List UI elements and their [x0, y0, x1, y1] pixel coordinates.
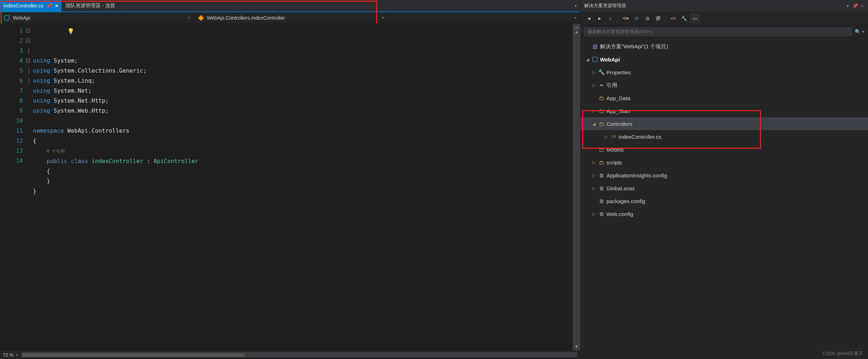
panel-title-label: 解决方案资源管理器 [584, 3, 626, 9]
tree-item-appdata[interactable]: 🗀App_Data [581, 92, 868, 104]
tree-item-appins[interactable]: ▷🗎ApplicationInsights.config [581, 169, 868, 182]
nav-forward-icon[interactable]: ► [595, 14, 604, 23]
tree-twist-icon[interactable]: ▷ [591, 109, 597, 113]
tree-item-label: WebApi [600, 56, 620, 63]
view-code-icon[interactable]: <> [669, 14, 678, 23]
line-number: 7 [0, 86, 23, 96]
fold-toggle-icon[interactable]: − [26, 29, 30, 33]
lightbulb-icon[interactable]: 💡 [67, 26, 73, 32]
panel-pin-icon[interactable]: 📌 [852, 3, 857, 9]
hscroll-thumb[interactable] [23, 353, 245, 357]
horizontal-scrollbar[interactable] [21, 352, 577, 358]
line-number: 13 [0, 146, 23, 156]
folder-icon: 🗀 [597, 159, 606, 166]
class-icon: 🔶 [198, 15, 204, 20]
line-number: 11 [0, 126, 23, 136]
pin-icon[interactable]: 📌 [46, 3, 52, 9]
nav-back-icon[interactable]: ◄ [584, 14, 594, 23]
tree-item-global[interactable]: ▷🗎Global.asax [581, 182, 868, 195]
tree-item-webconfig[interactable]: ▷🗎Web.config [581, 207, 868, 220]
tree-item-label: Properties [606, 69, 631, 75]
tree-item-label: Web.config [606, 211, 633, 217]
tab-overflow-icon[interactable]: ▾ [575, 3, 577, 8]
tree-item-label: App_Start [606, 108, 630, 114]
tab-label: indexController.cs [4, 3, 43, 9]
tab-label: 团队资源管理器 - 连接 [65, 3, 115, 9]
sync-views-icon[interactable]: ⟲▾ [621, 14, 630, 23]
tree-twist-icon[interactable]: ▷ [591, 160, 597, 165]
toolbar-separator [665, 15, 666, 22]
tree-item-scripts[interactable]: ▷🗀scripts [581, 156, 868, 169]
toolbar-separator [618, 15, 618, 22]
editor-status-bar: 72 % ▾ [0, 350, 580, 359]
scroll-track[interactable] [573, 36, 580, 344]
tree-twist-icon[interactable]: ▷ [591, 83, 597, 88]
scroll-down-icon[interactable]: ▼ [574, 344, 580, 350]
split-handle-icon[interactable]: ▭ [574, 25, 580, 29]
tree-twist-icon[interactable]: ◢ [584, 57, 591, 62]
ref-icon: ▪▪ [597, 83, 606, 88]
preview-selected-icon[interactable]: ▭ [690, 14, 699, 23]
tree-item-appstart[interactable]: ▷🗀App_Start [581, 104, 868, 117]
zoom-level[interactable]: 72 % [3, 352, 14, 358]
home-icon[interactable]: ⌂ [606, 14, 615, 23]
tree-item-label: scripts [606, 159, 622, 166]
collapse-all-icon[interactable]: ⧉ [643, 14, 652, 23]
nav-member-dropdown[interactable]: ▾ [388, 12, 580, 23]
scroll-up-icon[interactable]: ▲ [574, 29, 580, 36]
refresh-icon[interactable]: ⟳ [632, 14, 641, 23]
panel-menu-icon[interactable]: ▾ [845, 3, 850, 9]
tree-twist-icon[interactable]: ▷ [603, 134, 609, 139]
csharp-icon: C# [609, 134, 618, 139]
solution-tree: ▧解决方案"WebApi"(1 个项目)◢WebApi▷🔧Properties▷… [581, 38, 868, 359]
fold-column: −−│−││ [25, 26, 30, 86]
close-icon[interactable]: × [55, 3, 58, 9]
tab-team-explorer[interactable]: 团队资源管理器 - 连接 [62, 0, 119, 11]
navigation-bar: WebApi ▾ 🔶 WebApi.Controllers.indexContr… [0, 11, 580, 24]
show-all-files-icon[interactable]: 🗐 [653, 14, 663, 23]
tab-index-controller[interactable]: indexController.cs 📌 × [0, 0, 62, 11]
chevron-down-icon[interactable]: ▾ [16, 353, 18, 357]
tree-item-packages[interactable]: 🗎packages.config [581, 195, 868, 207]
tree-item-label: 解决方案"WebApi"(1 个项目) [600, 43, 668, 50]
line-number: 12 [0, 136, 23, 146]
cfg-icon: 🗎 [597, 198, 606, 204]
vertical-scrollbar[interactable]: ▭ ▲ ▼ [572, 24, 580, 350]
line-number: 14 [0, 156, 23, 166]
tree-item-sol[interactable]: ▧解决方案"WebApi"(1 个项目) [581, 40, 868, 53]
tree-twist-icon[interactable]: ◢ [591, 122, 597, 126]
fold-toggle-icon[interactable]: − [26, 39, 30, 43]
nav-project-dropdown[interactable]: WebApi ▾ [0, 12, 194, 23]
tree-item-models[interactable]: 🗀Models [581, 143, 868, 156]
tree-item-refs[interactable]: ▷▪▪引用 [581, 79, 868, 92]
line-number: 3 [0, 46, 23, 56]
solution-toolbar: ◄ ► ⌂ ⟲▾ ⟳ ⧉ 🗐 <> 🔧 ▭ [581, 11, 868, 26]
nav-scope-dropdown[interactable]: 🔶 WebApi.Controllers.indexController ▾ [194, 12, 388, 23]
line-number: 6 [0, 76, 23, 86]
line-number: 8 [0, 96, 23, 106]
tree-twist-icon[interactable]: ▷ [591, 212, 597, 216]
tree-item-label: 引用 [606, 82, 617, 89]
properties-icon[interactable]: 🔧 [679, 14, 689, 23]
search-icon[interactable]: 🔍 ▾ [855, 29, 864, 34]
tree-item-controllers[interactable]: ◢🗀Controllers [581, 117, 868, 130]
nav-scope-label: WebApi.Controllers.indexController [207, 15, 285, 21]
line-number: 2 [0, 36, 23, 46]
tree-twist-icon[interactable]: ▷ [591, 70, 597, 75]
tree-twist-icon[interactable]: ▷ [591, 173, 597, 178]
folder-icon: 🗀 [597, 147, 606, 153]
tree-item-proj[interactable]: ◢WebApi [581, 53, 868, 66]
code-text[interactable]: 💡 using System;using System.Collections.… [33, 24, 572, 350]
csharp-project-icon [4, 15, 10, 20]
line-number: 5 [0, 66, 23, 76]
line-number: 10 [0, 116, 23, 126]
line-number: 1 [0, 26, 23, 36]
tree-item-indexctrl[interactable]: ▷C#indexController.cs [581, 130, 868, 143]
fold-toggle-icon[interactable]: − [26, 59, 30, 63]
tree-item-props[interactable]: ▷🔧Properties [581, 66, 868, 79]
tree-twist-icon[interactable]: ▷ [591, 186, 597, 191]
tree-item-label: ApplicationInsights.config [606, 172, 667, 178]
panel-close-icon[interactable]: × [859, 3, 864, 9]
solution-search-input[interactable] [584, 28, 852, 36]
tree-item-label: Models [606, 147, 624, 153]
